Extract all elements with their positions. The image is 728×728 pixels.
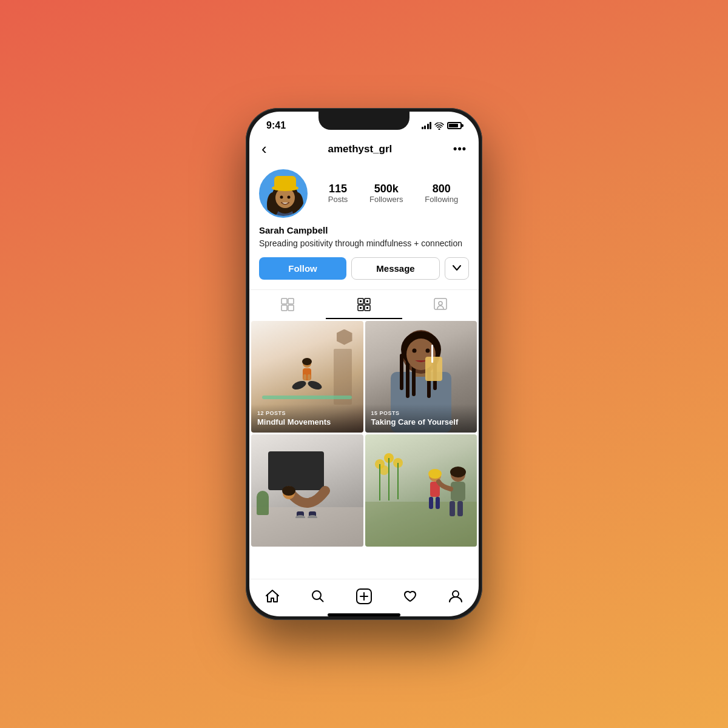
profile-section: 115 Posts 500k Followers 800 Following S… [249,164,479,289]
svg-rect-13 [288,305,294,311]
profile-top: 115 Posts 500k Followers 800 Following [259,169,469,218]
status-time: 9:41 [266,120,286,131]
card-1-title: Mindful Movements [257,417,357,427]
svg-point-54 [379,465,389,475]
grid-icon [280,297,295,312]
svg-point-28 [307,379,322,391]
home-indicator [328,613,400,616]
avatar [259,169,308,218]
phone-screen: 9:41 ‹ a [249,112,479,616]
svg-point-27 [292,379,307,391]
svg-point-70 [453,591,459,597]
svg-point-25 [302,358,312,365]
stretch-figure [280,485,334,518]
add-icon [356,588,372,605]
following-stat[interactable]: 800 Following [425,183,458,204]
post-card-taking-care[interactable]: 15 POSTS Taking Care of Yourself [365,321,477,433]
page-title: amethyst_grl [328,143,392,155]
following-count: 800 [433,183,451,195]
card-1-posts: 12 POSTS [257,410,357,416]
message-button[interactable]: Message [351,257,440,280]
posts-label: Posts [328,195,348,204]
tab-reels[interactable] [326,290,402,319]
svg-rect-19 [366,300,368,302]
card-2-posts: 15 POSTS [371,410,471,416]
bottom-navigation [249,579,479,611]
svg-rect-20 [360,307,362,309]
svg-rect-61 [429,497,433,509]
posts-count: 115 [329,183,347,195]
yoga-figure [292,357,322,394]
following-label: Following [425,195,458,204]
avatar-image [261,171,308,218]
navigation-bar: ‹ amethyst_grl ••• [249,135,479,164]
svg-point-59 [428,469,442,479]
svg-rect-43 [425,357,442,381]
content-tabs [249,289,479,319]
profile-bio: Spreading positivity through mindfulness… [259,238,469,250]
dropdown-button[interactable] [445,257,469,280]
svg-rect-66 [450,501,455,516]
svg-rect-44 [431,345,433,363]
svg-rect-67 [457,501,463,516]
post-card-garden[interactable] [365,434,477,547]
svg-point-23 [439,302,442,305]
svg-rect-10 [281,298,287,304]
content-area: 12 POSTS Mindful Movements [249,319,479,579]
followers-count: 500k [374,183,399,195]
nav-home[interactable] [255,586,290,607]
svg-rect-30 [308,374,311,380]
svg-rect-22 [434,298,447,309]
tab-tagged[interactable] [402,290,479,319]
svg-rect-57 [397,463,399,499]
more-options-button[interactable]: ••• [453,143,467,155]
action-buttons: Follow Message [259,257,469,280]
svg-rect-7 [274,176,296,189]
svg-rect-11 [288,298,294,304]
followers-label: Followers [369,195,403,204]
svg-rect-62 [436,497,440,509]
followers-stat[interactable]: 500k Followers [369,183,403,204]
svg-rect-35 [400,354,403,390]
svg-point-46 [282,486,295,496]
nav-profile[interactable] [438,586,473,607]
svg-point-9 [288,196,291,199]
signal-icon [422,122,432,129]
svg-rect-29 [303,374,306,380]
post-card-stretch[interactable] [251,434,363,547]
heart-icon [402,588,418,604]
flowers [371,446,413,507]
wifi-icon [434,121,444,130]
posts-grid: 12 POSTS Mindful Movements [249,319,479,548]
nav-heart[interactable] [393,586,428,607]
status-icons [422,121,462,130]
nav-search[interactable] [300,586,335,607]
svg-rect-18 [360,300,362,302]
svg-rect-56 [388,458,389,500]
svg-rect-12 [281,305,287,311]
svg-rect-21 [366,307,368,309]
posts-stat[interactable]: 115 Posts [328,183,348,204]
card-overlay-1: 12 POSTS Mindful Movements [251,404,363,433]
nav-add[interactable] [346,585,382,607]
svg-point-64 [450,467,466,477]
follow-button[interactable]: Follow [259,257,346,280]
tagged-icon [433,297,448,312]
profile-stats: 115 Posts 500k Followers 800 Following [317,183,469,204]
search-icon [310,588,326,604]
card-2-title: Taking Care of Yourself [371,417,471,427]
home-icon [265,588,280,604]
profile-icon [448,588,463,604]
card-overlay-2: 15 POSTS Taking Care of Yourself [365,404,477,433]
svg-point-42 [425,348,430,352]
post-card-mindful-movements[interactable]: 12 POSTS Mindful Movements [251,321,363,433]
svg-rect-55 [379,464,380,500]
svg-rect-65 [451,482,465,501]
notch [318,112,410,130]
tab-grid[interactable] [249,290,326,319]
chevron-down-icon [453,265,461,271]
back-button[interactable]: ‹ [261,140,267,158]
phone-frame: 9:41 ‹ a [246,108,482,620]
svg-point-8 [280,196,283,199]
battery-icon [447,122,462,129]
